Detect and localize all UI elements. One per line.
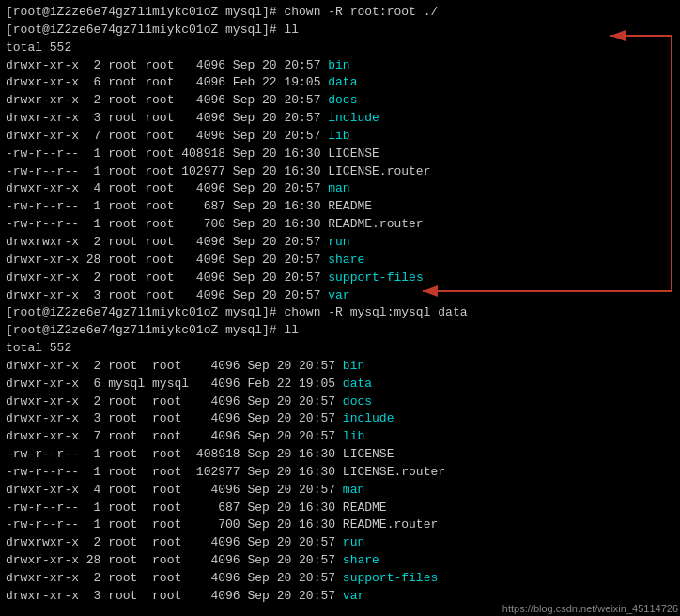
terminal-line-l31: drwxrwxr-x 2 root root 4096 Sep 20 20:57…: [6, 534, 674, 552]
terminal-line-l3: total 552: [6, 39, 674, 57]
terminal-line-l18: [root@iZ2ze6e74gz7l1miykc01oZ mysql]# ch…: [6, 304, 674, 322]
terminal-line-l1: [root@iZ2ze6e74gz7l1miykc01oZ mysql]# ch…: [6, 4, 674, 22]
terminal-line-l16: drwxr-xr-x 2 root root 4096 Sep 20 20:57…: [6, 270, 674, 287]
terminal-line-l20: total 552: [6, 340, 674, 358]
terminal-line-l26: -rw-r--r-- 1 root root 408918 Sep 20 16:…: [6, 446, 674, 464]
terminal-line-l14: drwxrwxr-x 2 root root 4096 Sep 20 20:57…: [6, 234, 674, 252]
terminal-line-l28: drwxr-xr-x 4 root root 4096 Sep 20 20:57…: [6, 482, 674, 500]
terminal-line-l30: -rw-r--r-- 1 root root 700 Sep 20 16:30 …: [6, 516, 674, 534]
terminal-line-l12: -rw-r--r-- 1 root root 687 Sep 20 16:30 …: [6, 198, 674, 216]
terminal-line-l11: drwxr-xr-x 4 root root 4096 Sep 20 20:57…: [6, 180, 674, 198]
terminal-line-l4: drwxr-xr-x 2 root root 4096 Sep 20 20:57…: [6, 57, 674, 75]
terminal-line-l8: drwxr-xr-x 7 root root 4096 Sep 20 20:57…: [6, 128, 674, 146]
terminal-line-l22: drwxr-xr-x 6 mysql mysql 4096 Feb 22 19:…: [6, 376, 674, 393]
terminal-line-l21: drwxr-xr-x 2 root root 4096 Sep 20 20:57…: [6, 358, 674, 376]
terminal-line-l15: drwxr-xr-x 28 root root 4096 Sep 20 20:5…: [6, 252, 674, 270]
terminal-line-l32: drwxr-xr-x 28 root root 4096 Sep 20 20:5…: [6, 552, 674, 570]
terminal-line-l7: drwxr-xr-x 3 root root 4096 Sep 20 20:57…: [6, 110, 674, 128]
terminal-line-l17: drwxr-xr-x 3 root root 4096 Sep 20 20:57…: [6, 287, 674, 305]
terminal-line-l9: -rw-r--r-- 1 root root 408918 Sep 20 16:…: [6, 146, 674, 163]
terminal-line-l19: [root@iZ2ze6e74gz7l1miykc01oZ mysql]# ll: [6, 322, 674, 340]
terminal-line-l13: -rw-r--r-- 1 root root 700 Sep 20 16:30 …: [6, 216, 674, 234]
terminal-line-l23: drwxr-xr-x 2 root root 4096 Sep 20 20:57…: [6, 393, 674, 411]
terminal-line-l24: drwxr-xr-x 3 root root 4096 Sep 20 20:57…: [6, 410, 674, 428]
terminal-line-l33: drwxr-xr-x 2 root root 4096 Sep 20 20:57…: [6, 570, 674, 588]
terminal-line-l29: -rw-r--r-- 1 root root 687 Sep 20 16:30 …: [6, 500, 674, 517]
terminal-line-l5: drwxr-xr-x 6 root root 4096 Feb 22 19:05…: [6, 74, 674, 92]
terminal-line-l6: drwxr-xr-x 2 root root 4096 Sep 20 20:57…: [6, 92, 674, 110]
terminal: [root@iZ2ze6e74gz7l1miykc01oZ mysql]# ch…: [0, 0, 680, 609]
terminal-line-l10: -rw-r--r-- 1 root root 102977 Sep 20 16:…: [6, 163, 674, 181]
terminal-line-l25: drwxr-xr-x 7 root root 4096 Sep 20 20:57…: [6, 428, 674, 446]
watermark: https://blog.csdn.net/weixin_45114726: [502, 603, 678, 614]
terminal-line-l2: [root@iZ2ze6e74gz7l1miykc01oZ mysql]# ll: [6, 22, 674, 39]
terminal-line-l27: -rw-r--r-- 1 root root 102977 Sep 20 16:…: [6, 464, 674, 482]
